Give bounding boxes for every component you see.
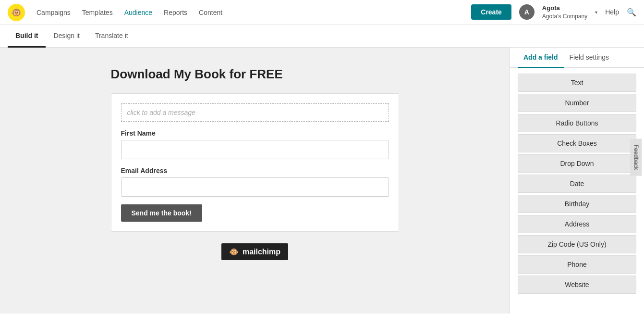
mailchimp-badge-text: mailchimp <box>243 248 280 256</box>
user-name: Agota <box>542 4 587 13</box>
nav-templates[interactable]: Templates <box>82 9 113 16</box>
tab-build-it[interactable]: Build it <box>8 25 46 48</box>
nav-reports[interactable]: Reports <box>164 9 187 16</box>
avatar: A <box>519 4 535 20</box>
field-radio-buttons[interactable]: Radio Buttons <box>518 114 636 132</box>
form-area: Download My Book for FREE click to add a… <box>0 48 510 314</box>
nav-campaigns[interactable]: Campaigns <box>36 9 71 16</box>
field-zip-code[interactable]: Zip Code (US Only) <box>518 235 636 253</box>
mailchimp-footer: 🐵 mailchimp <box>111 243 399 260</box>
field-phone[interactable]: Phone <box>518 255 636 274</box>
nav-content[interactable]: Content <box>199 9 222 16</box>
top-nav: 🐵 Campaigns Templates Audience Reports C… <box>0 0 644 25</box>
field-date[interactable]: Date <box>518 175 636 193</box>
message-placeholder[interactable]: click to add a message <box>121 103 389 122</box>
field-check-boxes[interactable]: Check Boxes <box>518 134 636 152</box>
panel-tab-add-field[interactable]: Add a field <box>518 48 564 68</box>
nav-right: Create A Agota Agota's Company ▾ Help 🔍 <box>471 4 636 21</box>
logo-area[interactable]: 🐵 <box>8 4 25 21</box>
panel-tab-field-settings[interactable]: Field settings <box>564 48 615 68</box>
field-website[interactable]: Website <box>518 276 636 294</box>
form-card: click to add a message First Name Email … <box>111 93 399 232</box>
field-text[interactable]: Text <box>518 74 636 92</box>
user-dropdown-arrow[interactable]: ▾ <box>595 10 597 15</box>
nav-links: Campaigns Templates Audience Reports Con… <box>36 9 471 16</box>
mailchimp-logo: 🐵 <box>8 4 25 21</box>
feedback-tab[interactable]: Feedback <box>631 138 642 176</box>
nav-audience[interactable]: Audience <box>124 9 152 16</box>
field-address[interactable]: Address <box>518 215 636 233</box>
user-info: Agota Agota's Company <box>542 4 587 21</box>
mailchimp-logo-icon: 🐵 <box>229 247 239 256</box>
field-birthday[interactable]: Birthday <box>518 195 636 213</box>
user-company: Agota's Company <box>542 13 587 21</box>
sub-tabs: Build it Design it Translate it <box>0 25 644 48</box>
field-drop-down[interactable]: Drop Down <box>518 154 636 173</box>
panel-tabs: Add a field Field settings <box>510 48 644 68</box>
main-layout: Download My Book for FREE click to add a… <box>0 48 644 314</box>
tab-translate-it[interactable]: Translate it <box>87 25 136 48</box>
field-list: Text Number Radio Buttons Check Boxes Dr… <box>510 68 644 314</box>
mailchimp-badge: 🐵 mailchimp <box>221 243 288 260</box>
first-name-label: First Name <box>121 129 389 137</box>
first-name-input[interactable] <box>121 140 389 159</box>
submit-button[interactable]: Send me the book! <box>121 204 202 222</box>
email-label: Email Address <box>121 167 389 175</box>
right-panel: Add a field Field settings Text Number R… <box>510 48 644 314</box>
email-input[interactable] <box>121 177 389 197</box>
create-button[interactable]: Create <box>471 4 511 20</box>
tab-design-it[interactable]: Design it <box>46 25 87 48</box>
form-container: Download My Book for FREE click to add a… <box>111 67 399 294</box>
form-title: Download My Book for FREE <box>111 67 399 82</box>
search-icon[interactable]: 🔍 <box>627 8 636 17</box>
field-number[interactable]: Number <box>518 94 636 112</box>
help-link[interactable]: Help <box>605 8 619 16</box>
